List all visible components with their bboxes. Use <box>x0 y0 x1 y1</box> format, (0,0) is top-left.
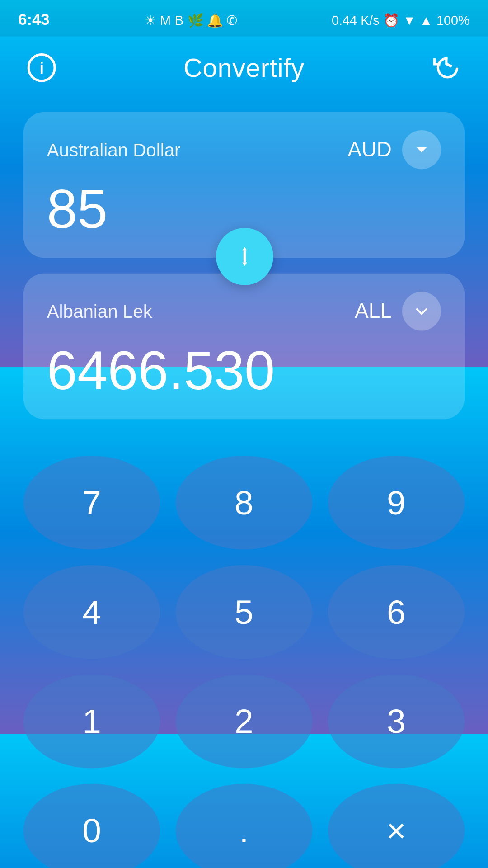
numpad-1[interactable]: 1 <box>23 675 160 768</box>
numpad-6[interactable]: 6 <box>328 565 465 659</box>
numpad-2[interactable]: 2 <box>176 675 312 768</box>
status-time: 6:43 <box>18 10 49 28</box>
numpad-row-4: 0 . × <box>23 784 465 868</box>
numpad-row-2: 4 5 6 <box>23 565 465 659</box>
numpad-0[interactable]: 0 <box>23 784 160 868</box>
chevron-down-icon-2 <box>411 301 432 321</box>
numpad-decimal[interactable]: . <box>176 784 312 868</box>
history-icon <box>432 53 460 82</box>
to-card-top-row: Albanian Lek ALL <box>47 292 441 330</box>
leaf-icon: 🌿 <box>188 12 203 27</box>
swap-button[interactable] <box>216 228 273 285</box>
network-speed: 0.44 K/s <box>332 12 380 27</box>
chevron-down-icon <box>411 139 432 160</box>
network-icon: ☀ <box>145 12 156 27</box>
to-currency-name: Albanian Lek <box>47 301 152 321</box>
numpad-row-1: 7 8 9 <box>23 456 465 549</box>
from-currency-name: Australian Dollar <box>47 139 181 160</box>
numpad-3[interactable]: 3 <box>328 675 465 768</box>
info-button[interactable]: i <box>23 49 60 86</box>
alarm-icon: ⏰ <box>383 12 399 27</box>
to-currency-card: Albanian Lek ALL 6466.530 <box>23 274 465 420</box>
gmail-icon: M <box>160 12 171 27</box>
numpad-row-3: 1 2 3 <box>23 675 465 768</box>
numpad-4[interactable]: 4 <box>23 565 160 659</box>
to-currency-code: ALL <box>355 299 392 323</box>
numpad-area: 7 8 9 4 5 6 1 2 3 0 . × <box>0 419 488 868</box>
bell-icon: 🔔 <box>207 12 223 27</box>
numpad-7[interactable]: 7 <box>23 456 160 549</box>
numpad-5[interactable]: 5 <box>176 565 312 659</box>
svg-text:i: i <box>39 60 44 77</box>
signal-icon: ▲ <box>420 12 433 27</box>
b-icon: B <box>175 12 183 27</box>
numpad-8[interactable]: 8 <box>176 456 312 549</box>
swap-icon <box>230 242 258 271</box>
to-currency-dropdown[interactable] <box>402 292 441 330</box>
topbar: i Convertify <box>0 37 488 99</box>
from-card-top-row: Australian Dollar AUD <box>47 130 441 169</box>
status-right: 0.44 K/s ⏰ ▼ ▲ 100% <box>332 12 470 27</box>
numpad-9[interactable]: 9 <box>328 456 465 549</box>
app-title: Convertify <box>183 53 305 83</box>
from-currency-dropdown[interactable] <box>402 130 441 169</box>
from-currency-code-wrapper: AUD <box>348 130 441 169</box>
from-currency-code: AUD <box>348 138 392 161</box>
history-button[interactable] <box>428 49 465 86</box>
status-bar: 6:43 ☀ M B 🌿 🔔 ✆ 0.44 K/s ⏰ ▼ ▲ 100% <box>0 0 488 37</box>
status-icons: ☀ M B 🌿 🔔 ✆ <box>145 12 237 27</box>
numpad-delete[interactable]: × <box>328 784 465 868</box>
to-currency-value: 6466.530 <box>47 344 441 398</box>
to-currency-code-wrapper: ALL <box>355 292 441 330</box>
wifi-icon: ▼ <box>403 12 416 27</box>
info-icon: i <box>27 53 56 82</box>
cards-area: Australian Dollar AUD 85 Alban <box>0 99 488 419</box>
phone-icon: ✆ <box>226 12 237 27</box>
battery-text: 100% <box>436 12 470 27</box>
